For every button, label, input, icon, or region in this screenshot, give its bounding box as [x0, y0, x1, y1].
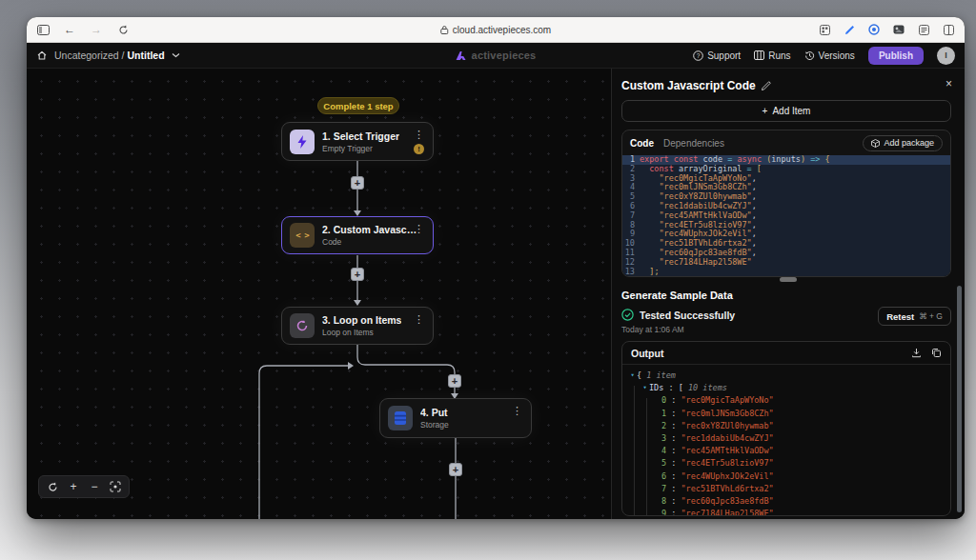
step-title: 4. Put — [420, 407, 449, 418]
versions-label: Versions — [819, 50, 855, 61]
markup-pencil-icon[interactable] — [843, 23, 856, 36]
flow-canvas[interactable]: Complete 1 step 1. Select Trigger Empty … — [27, 69, 611, 519]
step-menu-icon[interactable]: ⋮ — [512, 406, 522, 416]
add-step-button-2[interactable]: + — [351, 268, 364, 281]
site-settings-icon — [440, 25, 449, 34]
breadcrumb-folder: Uncategorized / — [54, 50, 125, 61]
code-lines: 1export const code = async (inputs) => {… — [622, 155, 950, 277]
support-button[interactable]: ? Support — [693, 50, 741, 61]
canvas-controls: + − — [38, 475, 130, 498]
brand-name: activepieces — [472, 50, 537, 61]
tested-timestamp: Today at 1:06 AM — [621, 325, 684, 334]
code-icon: < > — [290, 223, 315, 248]
indent-guide — [646, 398, 647, 516]
output-container: Output ▾{ 1 item▾IDs : [ 10 items0 : "re… — [621, 341, 951, 516]
trigger-bolt-icon — [290, 130, 315, 154]
reload-icon[interactable] — [116, 23, 130, 36]
add-item-label: Add Item — [772, 106, 810, 116]
support-label: Support — [707, 50, 741, 61]
step-select-trigger[interactable]: 1. Select Trigger Empty Trigger ⋮ ! — [281, 122, 434, 161]
package-icon — [871, 139, 880, 148]
breadcrumb-name: Untitled — [127, 50, 164, 61]
panel-scrollbar[interactable] — [957, 286, 962, 512]
app-header: Uncategorized / Untitled activepieces ? … — [27, 43, 965, 69]
add-item-button[interactable]: + Add Item — [621, 100, 951, 122]
extensions-icon[interactable] — [818, 23, 831, 36]
step-put-storage[interactable]: 4. Put Storage ⋮ — [379, 398, 532, 438]
tested-status: Tested Successfully — [640, 310, 735, 321]
retest-button[interactable]: Retest ⌘ + G — [878, 307, 951, 326]
step-title: 2. Custom Javascript ... — [322, 224, 417, 235]
step-title: 1. Select Trigger — [322, 130, 399, 142]
runs-label: Runs — [768, 50, 790, 61]
add-package-label: Add package — [884, 138, 934, 148]
breadcrumb[interactable]: Uncategorized / Untitled — [54, 50, 165, 61]
versions-button[interactable]: Versions — [804, 50, 855, 61]
url-text: cloud.activepieces.com — [453, 25, 551, 35]
fit-view-icon[interactable] — [106, 478, 125, 495]
step-menu-icon[interactable]: ⋮ — [414, 130, 424, 140]
step-loop-on-items[interactable]: 3. Loop on Items Loop on Items ⋮ — [281, 307, 434, 345]
browser-toolbar: ← → cloud.activepieces.com — [27, 17, 965, 43]
output-rows: ▾{ 1 item▾IDs : [ 10 items0 : "rec0MgicT… — [622, 370, 950, 516]
output-heading: Output — [631, 348, 663, 359]
step-subtitle: Storage — [420, 420, 449, 430]
add-step-button-1[interactable]: + — [351, 176, 364, 190]
generate-sample-data-heading: Generate Sample Data — [621, 290, 733, 301]
retest-label: Retest — [886, 311, 914, 322]
sidebar-toggle-icon[interactable] — [36, 23, 50, 36]
home-icon[interactable] — [36, 50, 48, 61]
step-menu-icon[interactable]: ⋮ — [414, 224, 424, 234]
step-subtitle: Loop on Items — [322, 328, 401, 337]
warning-badge: ! — [414, 144, 424, 154]
loop-icon — [290, 313, 315, 338]
history-icon — [804, 50, 815, 61]
tab-dependencies[interactable]: Dependencies — [663, 138, 724, 149]
step-title: 3. Loop on Items — [322, 314, 401, 326]
step-subtitle: Code — [322, 237, 417, 247]
complete-steps-banner[interactable]: Complete 1 step — [317, 97, 399, 114]
address-bar[interactable]: cloud.activepieces.com — [440, 25, 551, 35]
tab-code[interactable]: Code — [630, 138, 654, 149]
add-step-button-3[interactable]: + — [448, 374, 461, 388]
zoom-out-icon[interactable]: − — [85, 478, 104, 495]
tab-overview-icon[interactable] — [942, 23, 955, 36]
add-package-button[interactable]: Add package — [863, 135, 943, 151]
zoom-in-icon[interactable]: + — [64, 478, 83, 495]
step-subtitle: Empty Trigger — [322, 144, 399, 153]
browser-window: ← → cloud.activepieces.com — [27, 17, 965, 519]
plus-icon: + — [762, 106, 768, 116]
avatar[interactable]: I — [937, 47, 955, 65]
copy-icon[interactable] — [931, 348, 942, 358]
panel-resize-handle[interactable] — [780, 277, 797, 282]
privacy-shield-icon[interactable] — [867, 23, 881, 36]
chevron-down-icon[interactable] — [172, 52, 180, 58]
forward-icon[interactable]: → — [90, 23, 103, 36]
step-settings-panel: Custom Javascript Code × + Add Item Code… — [611, 69, 965, 519]
back-icon[interactable]: ← — [63, 23, 76, 36]
code-editor[interactable]: 1export const code = async (inputs) => {… — [622, 155, 950, 277]
reset-zoom-icon[interactable] — [43, 478, 62, 495]
runs-icon — [754, 50, 764, 60]
download-icon[interactable] — [911, 348, 922, 358]
indent-guide — [634, 386, 635, 516]
retest-shortcut: ⌘ + G — [919, 311, 943, 321]
step-custom-javascript[interactable]: < > 2. Custom Javascript ... Code ⋮ — [281, 216, 434, 254]
runs-button[interactable]: Runs — [754, 50, 790, 61]
code-editor-container: Code Dependencies Add package 1export co… — [621, 130, 951, 277]
success-check-icon — [621, 309, 634, 321]
close-icon[interactable]: × — [946, 77, 952, 90]
question-icon: ? — [693, 50, 703, 61]
output-json-tree[interactable]: ▾{ 1 item▾IDs : [ 10 items0 : "rec0MgicT… — [622, 365, 950, 516]
edit-pencil-icon[interactable] — [762, 81, 771, 90]
screenshot-icon[interactable] — [892, 23, 905, 36]
brand-logo: activepieces — [456, 50, 537, 61]
step-menu-icon[interactable]: ⋮ — [414, 314, 424, 325]
storage-icon — [388, 406, 413, 430]
panel-title: Custom Javascript Code — [621, 79, 756, 92]
add-step-button-4[interactable]: + — [449, 463, 462, 476]
svg-text:?: ? — [697, 51, 701, 58]
reader-icon[interactable] — [917, 23, 930, 36]
activepieces-logo-icon — [456, 50, 467, 61]
publish-button[interactable]: Publish — [868, 47, 924, 65]
